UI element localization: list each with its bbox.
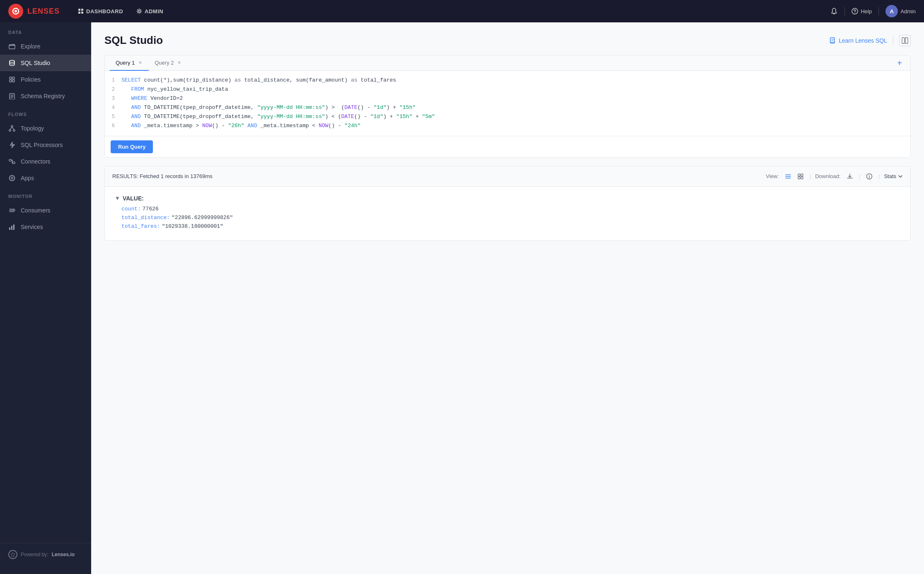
code-line-4: 4 AND TO_DATETIME(tpep_dropoff_datetime,… — [105, 103, 910, 112]
svg-rect-29 — [902, 38, 905, 43]
svg-rect-19 — [9, 159, 12, 161]
sidebar-data-section: DATA — [0, 22, 91, 38]
code-line-1: 1 SELECT count(*),sum(trip_distance) as … — [105, 76, 910, 85]
grid-icon — [797, 173, 804, 180]
sidebar-item-label: SQL Processors — [21, 142, 63, 148]
field-val-distance: "22896.62999999826" — [172, 215, 233, 221]
sidebar-item-label: SQL Studio — [21, 60, 50, 66]
stats-dropdown[interactable]: Stats — [884, 173, 903, 179]
layout-icon — [902, 37, 908, 44]
help-button[interactable]: Help — [851, 8, 872, 14]
admin-user-button[interactable]: A Admin — [885, 5, 916, 17]
results-body: ▼ VALUE: count: 77626 total_distance: "2… — [105, 187, 910, 240]
connectors-icon — [8, 158, 16, 165]
code-line-5: 5 AND TO_DATETIME(tpep_dropoff_datetime,… — [105, 112, 910, 121]
topnav: LENSES DASHBOARD ADMIN — [0, 0, 924, 22]
sidebar-item-schema-registry[interactable]: Schema Registry — [0, 88, 91, 104]
results-summary: RESULTS: Fetched 1 records in 13769ms — [112, 173, 766, 179]
bell-icon — [830, 7, 838, 15]
tab-query2-label: Query 2 — [155, 60, 174, 66]
run-query-button[interactable]: Run Query — [111, 140, 153, 153]
help-icon — [851, 8, 858, 14]
svg-rect-14 — [12, 80, 15, 82]
topology-icon — [8, 125, 16, 132]
sidebar-item-connectors[interactable]: Connectors — [0, 153, 91, 170]
code-line-6: 6 AND _meta.timestamp > NOW() - "26h" AN… — [105, 121, 910, 130]
sidebar-item-services[interactable]: Services — [0, 219, 91, 235]
sidebar-footer: Powered by: Lenses.io — [0, 543, 91, 566]
value-header: ▼ VALUE: — [115, 195, 900, 202]
svg-rect-13 — [10, 80, 12, 82]
logo-icon — [8, 4, 23, 19]
nav-admin[interactable]: ADMIN — [131, 6, 169, 17]
learn-sql-link[interactable]: Learn Lenses SQL — [830, 37, 887, 44]
add-tab-button[interactable]: + — [894, 57, 905, 69]
sidebar-item-policies[interactable]: Policies — [0, 71, 91, 88]
footer-brand: Lenses.io — [52, 552, 75, 557]
download-label: Download: — [815, 173, 840, 179]
sidebar-item-sql-studio[interactable]: SQL Studio — [0, 55, 91, 71]
info-button[interactable] — [864, 171, 874, 181]
sidebar-item-sql-processors[interactable]: SQL Processors — [0, 137, 91, 153]
grid-view-button[interactable] — [796, 171, 805, 181]
notifications-button[interactable] — [830, 7, 838, 15]
logo-text: LENSES — [27, 7, 60, 16]
powered-by-icon — [8, 550, 17, 559]
nav-dashboard[interactable]: DASHBOARD — [72, 6, 129, 17]
value-arrow: ▼ — [115, 195, 120, 201]
code-editor[interactable]: 1 SELECT count(*),sum(trip_distance) as … — [105, 71, 910, 136]
sidebar-item-explore[interactable]: Explore — [0, 38, 91, 55]
results-view-controls: View: | D — [766, 171, 903, 181]
svg-point-18 — [13, 130, 15, 131]
field-val-count: 77626 — [143, 206, 159, 212]
value-header-label: VALUE: — [123, 195, 144, 202]
run-query-bar: Run Query — [105, 136, 910, 157]
sidebar-item-apps[interactable]: Apps — [0, 170, 91, 186]
sidebar-flows-section: FLOWS — [0, 104, 91, 120]
services-icon — [8, 223, 16, 231]
help-label: Help — [861, 8, 872, 14]
avatar: A — [885, 5, 898, 17]
admin-label: Admin — [900, 8, 916, 14]
nav-divider-1 — [844, 7, 845, 15]
page-title: SQL Studio — [104, 34, 163, 47]
sidebar-item-label: Apps — [21, 175, 34, 181]
policies-icon — [8, 76, 16, 83]
field-key-fares: total_fares: — [121, 223, 160, 229]
tab-query2-close[interactable]: ✕ — [177, 60, 182, 66]
editor-card: Query 1 ✕ Query 2 ✕ + 1 SELECT count(*),… — [104, 55, 911, 158]
svg-rect-3 — [81, 9, 83, 11]
svg-rect-20 — [12, 162, 15, 164]
header-actions: Learn Lenses SQL — [830, 35, 911, 46]
tab-query2[interactable]: Query 2 ✕ — [149, 55, 188, 71]
learn-sql-label: Learn Lenses SQL — [839, 37, 887, 44]
sidebar-item-label: Explore — [21, 43, 40, 50]
svg-rect-5 — [81, 12, 83, 14]
sidebar: DATA Explore SQL Studio — [0, 22, 91, 574]
svg-point-24 — [13, 210, 15, 211]
results-card: RESULTS: Fetched 1 records in 13769ms Vi… — [104, 166, 911, 241]
field-val-fares: "1029338.180000001" — [162, 223, 223, 229]
database-icon — [8, 59, 16, 67]
download-button[interactable] — [845, 171, 855, 181]
tab-query1[interactable]: Query 1 ✕ — [110, 55, 149, 71]
logo[interactable]: LENSES — [8, 4, 60, 19]
svg-point-21 — [10, 176, 15, 181]
svg-point-8 — [855, 12, 856, 13]
results-header: RESULTS: Fetched 1 records in 13769ms Vi… — [105, 166, 910, 187]
list-view-button[interactable] — [783, 171, 793, 181]
svg-rect-34 — [801, 177, 803, 179]
dashboard-icon — [78, 8, 84, 14]
svg-rect-32 — [801, 174, 803, 176]
nav-dashboard-label: DASHBOARD — [86, 8, 123, 14]
layout-toggle-button[interactable] — [899, 35, 911, 46]
tab-query1-close[interactable]: ✕ — [137, 60, 143, 66]
svg-point-17 — [9, 130, 11, 131]
download-icon — [847, 173, 853, 180]
code-line-3: 3 WHERE VendorID=2 — [105, 94, 910, 103]
schema-icon — [8, 92, 16, 100]
sidebar-item-topology[interactable]: Topology — [0, 120, 91, 137]
field-key-count: count: — [121, 206, 141, 212]
svg-point-36 — [869, 175, 870, 176]
sidebar-item-consumers[interactable]: Consumers — [0, 202, 91, 219]
